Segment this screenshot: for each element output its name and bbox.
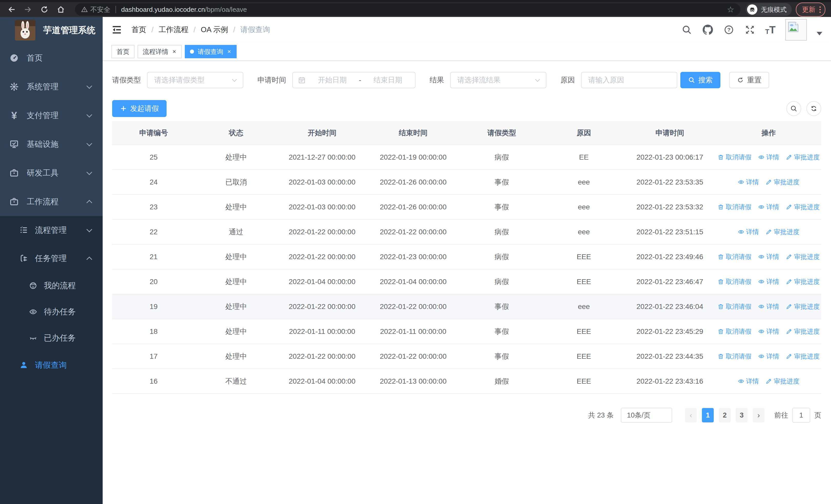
leave-type-select[interactable]: 请选择请假类型 — [147, 72, 243, 88]
browser-reload-button[interactable] — [38, 4, 50, 16]
sidebar-item-payment[interactable]: ¥ 支付管理 — [0, 101, 103, 130]
breadcrumb-item[interactable]: OA 示例 — [201, 25, 228, 35]
sidebar-item-infrastructure[interactable]: 基础设施 — [0, 130, 103, 158]
avatar[interactable] — [785, 19, 807, 40]
leave-type-placeholder: 请选择请假类型 — [154, 75, 204, 85]
browser-forward-button[interactable] — [22, 4, 34, 16]
font-size-button[interactable]: TT — [765, 25, 776, 35]
detail-link[interactable]: 详情 — [758, 302, 779, 311]
page-button-3[interactable]: 3 — [736, 408, 748, 422]
update-label: 更新 — [802, 5, 815, 14]
prev-page-button[interactable]: ‹ — [685, 408, 697, 422]
cancel-leave-link[interactable]: 取消请假 — [718, 327, 751, 336]
detail-link[interactable]: 详情 — [758, 277, 779, 286]
sidebar-item-system[interactable]: 系统管理 — [0, 72, 103, 101]
detail-label: 详情 — [746, 178, 759, 186]
audit-progress-link[interactable]: 审批进度 — [766, 228, 799, 236]
cancel-leave-link[interactable]: 取消请假 — [718, 302, 751, 311]
result-select[interactable]: 请选择流结果 — [450, 72, 546, 88]
tab-请假查询[interactable]: 请假查询× — [185, 45, 237, 58]
next-page-button[interactable]: › — [753, 408, 765, 422]
browser-back-button[interactable] — [6, 4, 18, 16]
cell-end-time: 2022-01-26 00:00:00 — [367, 178, 459, 186]
edit-icon — [786, 204, 792, 210]
cell-end-time: 2022-01-22 00:00:00 — [367, 352, 459, 360]
sidebar-item-my-process[interactable]: 我的流程 — [0, 272, 103, 299]
sidebar-item-home[interactable]: 首页 — [0, 43, 103, 72]
browser-update-button[interactable]: 更新 — [796, 3, 825, 17]
cancel-leave-link[interactable]: 取消请假 — [718, 352, 751, 360]
sidebar-item-workflow[interactable]: 工作流程 — [0, 187, 103, 216]
fullscreen-button[interactable] — [744, 24, 755, 35]
detail-label: 详情 — [766, 203, 779, 211]
github-button[interactable] — [702, 24, 713, 35]
security-status[interactable]: 不安全 — [81, 5, 110, 14]
sidebar-item-task-management[interactable]: 任务管理 — [0, 244, 103, 272]
sidebar-item-todo-tasks[interactable]: 待办任务 — [0, 299, 103, 325]
audit-progress-link[interactable]: 审批进度 — [786, 352, 820, 360]
detail-link[interactable]: 详情 — [758, 352, 779, 360]
sidebar-item-leave-query[interactable]: 请假查询 — [0, 351, 103, 379]
create-leave-button[interactable]: 发起请假 — [112, 100, 167, 117]
help-button[interactable]: ? — [723, 24, 735, 35]
tab-流程详情[interactable]: 流程详情× — [138, 45, 182, 58]
detail-link[interactable]: 详情 — [758, 253, 779, 261]
user-menu-caret-icon[interactable] — [816, 32, 822, 35]
tab-首页[interactable]: 首页 — [111, 45, 135, 58]
address-bar[interactable]: 不安全 dashboard.yudao.iocoder.cn/bpm/oa/le… — [75, 3, 740, 16]
column-header: 申请时间 — [624, 128, 716, 138]
apply-time-range-picker[interactable]: 开始日期 - 结束日期 — [292, 72, 416, 88]
cancel-leave-label: 取消请假 — [726, 253, 751, 261]
cancel-leave-link[interactable]: 取消请假 — [718, 153, 751, 161]
breadcrumb-item[interactable]: 首页 — [132, 25, 146, 35]
audit-progress-link[interactable]: 审批进度 — [786, 302, 820, 311]
audit-progress-link[interactable]: 审批进度 — [786, 153, 820, 161]
close-tab-icon[interactable]: × — [227, 49, 231, 55]
cancel-leave-link[interactable]: 取消请假 — [718, 253, 751, 261]
eye-icon — [738, 179, 744, 185]
sidebar-logo-row[interactable]: 芋道管理系统 — [0, 17, 103, 43]
search-button[interactable]: 搜索 — [680, 72, 720, 88]
range-separator: - — [359, 76, 361, 84]
detail-link[interactable]: 详情 — [758, 203, 779, 211]
breadcrumb-item[interactable]: 工作流程 — [159, 25, 189, 35]
cancel-leave-link[interactable]: 取消请假 — [718, 203, 751, 211]
audit-progress-link[interactable]: 审批进度 — [786, 203, 820, 211]
sidebar-item-dev-tools[interactable]: 研发工具 — [0, 158, 103, 187]
toggle-search-button[interactable] — [786, 101, 801, 116]
cancel-leave-link[interactable]: 取消请假 — [718, 277, 751, 286]
reason-input[interactable] — [581, 72, 677, 88]
reset-button[interactable]: 重置 — [729, 72, 769, 88]
goto-page-input[interactable] — [792, 408, 810, 423]
audit-progress-link[interactable]: 审批进度 — [786, 327, 820, 336]
chevron-down-icon — [86, 141, 92, 147]
page-size-select[interactable]: 10条/页 — [621, 408, 672, 423]
audit-progress-link[interactable]: 审批进度 — [786, 253, 820, 261]
cell-status: 处理中 — [195, 152, 277, 162]
detail-link[interactable]: 详情 — [758, 327, 779, 336]
edit-icon — [766, 378, 772, 384]
detail-link[interactable]: 详情 — [758, 153, 779, 161]
cell-end-time: 2022-01-19 00:00:00 — [367, 153, 459, 161]
bookmark-star-icon[interactable]: ☆ — [727, 5, 734, 14]
close-tab-icon[interactable]: × — [172, 49, 177, 55]
workflow-submenu: 流程管理 任务管理 我的流程 — [0, 216, 103, 504]
cell-reason: eee — [544, 302, 624, 311]
header-search-button[interactable] — [681, 24, 692, 35]
cell-leave-type: 事假 — [459, 202, 544, 212]
audit-progress-link[interactable]: 审批进度 — [766, 377, 799, 385]
page-button-1[interactable]: 1 — [702, 408, 714, 422]
refresh-table-button[interactable] — [806, 101, 821, 116]
page-button-2[interactable]: 2 — [719, 408, 730, 422]
audit-progress-link[interactable]: 审批进度 — [786, 277, 820, 286]
sidebar-item-done-tasks[interactable]: 已办任务 — [0, 325, 103, 351]
browser-home-button[interactable] — [55, 4, 67, 16]
browser-menu-icon[interactable] — [820, 6, 821, 13]
audit-progress-link[interactable]: 审批进度 — [766, 178, 799, 186]
audit-progress-label: 审批进度 — [774, 228, 799, 236]
sidebar-item-process-management[interactable]: 流程管理 — [0, 216, 103, 244]
detail-link[interactable]: 详情 — [738, 228, 759, 236]
detail-link[interactable]: 详情 — [738, 178, 759, 186]
sidebar-collapse-button[interactable] — [111, 24, 122, 35]
detail-link[interactable]: 详情 — [738, 377, 759, 385]
